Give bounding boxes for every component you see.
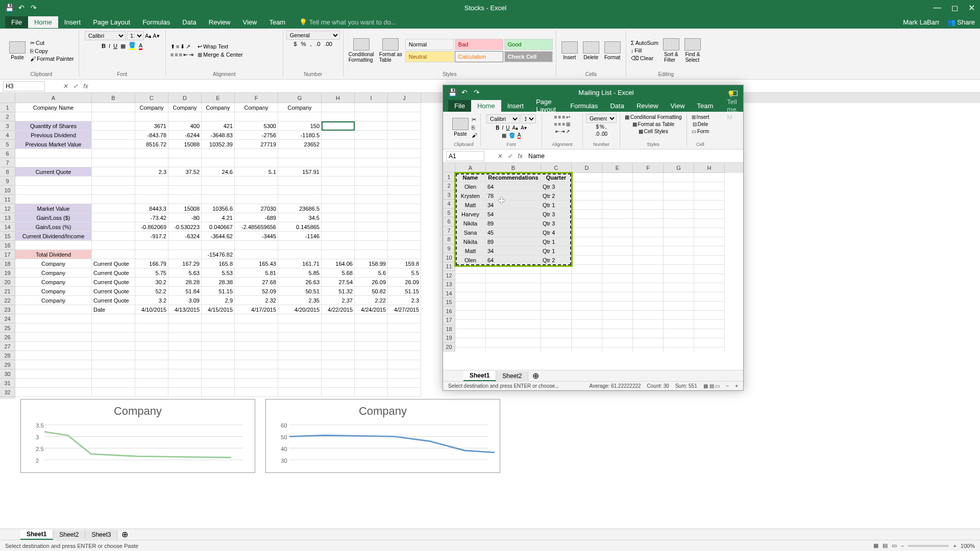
cell-D16[interactable] bbox=[168, 241, 202, 250]
cell-G19[interactable]: 5.85 bbox=[278, 268, 322, 278]
cell-J27[interactable] bbox=[388, 342, 421, 351]
style-bad[interactable]: Bad bbox=[455, 39, 503, 50]
row-header-12[interactable]: 12 bbox=[443, 271, 455, 280]
col-header-C[interactable]: C bbox=[541, 163, 572, 173]
cell-D19[interactable] bbox=[572, 338, 602, 347]
cell-H18[interactable]: 164.06 bbox=[322, 259, 355, 268]
cell-H4[interactable] bbox=[694, 201, 725, 210]
cell-G6[interactable] bbox=[664, 219, 694, 228]
tab-review[interactable]: Review bbox=[630, 100, 665, 112]
cell-E14[interactable]: 0.040667 bbox=[202, 222, 235, 232]
chart-1[interactable]: Company60504030 bbox=[265, 399, 500, 473]
cell-I14[interactable] bbox=[355, 222, 388, 232]
cell-D3[interactable] bbox=[572, 191, 602, 201]
cell-D2[interactable] bbox=[572, 182, 602, 191]
cell-B3[interactable] bbox=[92, 121, 135, 131]
cell-B12[interactable] bbox=[92, 204, 135, 213]
cell-J4[interactable] bbox=[388, 131, 421, 140]
cell-H16[interactable] bbox=[322, 241, 355, 250]
cell-E9[interactable] bbox=[602, 246, 633, 256]
cell-I6[interactable] bbox=[355, 149, 388, 158]
cell-A18[interactable]: Company bbox=[15, 259, 92, 268]
tell-me-search[interactable]: 💡 Tell me what you want to do... bbox=[291, 18, 903, 26]
cell-A5[interactable]: Harvey bbox=[455, 210, 486, 219]
cell-E9[interactable] bbox=[202, 177, 235, 186]
row-header-8[interactable]: 8 bbox=[0, 167, 15, 177]
cell-C32[interactable] bbox=[135, 388, 168, 397]
decrease-decimal-icon[interactable]: .00 bbox=[325, 41, 332, 47]
cell-I15[interactable] bbox=[355, 232, 388, 241]
w2-delete-button[interactable]: ⊟ Dele bbox=[691, 121, 710, 128]
cell-A23[interactable] bbox=[15, 305, 92, 314]
cell-I13[interactable] bbox=[355, 213, 388, 222]
row-header-26[interactable]: 26 bbox=[0, 333, 15, 342]
cell-C24[interactable] bbox=[135, 314, 168, 323]
cell-E18[interactable]: 165.8 bbox=[202, 259, 235, 268]
cell-I21[interactable]: 50.82 bbox=[355, 287, 388, 296]
cell-G5[interactable]: 23652 bbox=[278, 140, 322, 149]
col-header-H[interactable]: H bbox=[694, 163, 725, 173]
cell-C30[interactable] bbox=[135, 369, 168, 379]
row-header-31[interactable]: 31 bbox=[0, 379, 15, 388]
cell-A7[interactable]: Sana bbox=[455, 228, 486, 237]
cell-B24[interactable] bbox=[92, 314, 135, 323]
row-header-10[interactable]: 10 bbox=[443, 253, 455, 262]
cell-E4[interactable]: -3648.83 bbox=[202, 131, 235, 140]
cell-J31[interactable] bbox=[388, 379, 421, 388]
cell-E20[interactable]: 28.38 bbox=[202, 278, 235, 287]
align-center-icon[interactable]: ≡ bbox=[175, 52, 178, 58]
cell-H5[interactable] bbox=[322, 140, 355, 149]
cell-D9[interactable] bbox=[168, 177, 202, 186]
save-icon[interactable]: 💾 bbox=[5, 4, 13, 12]
row-header-19[interactable]: 19 bbox=[443, 334, 455, 343]
zoom-out-icon[interactable]: − bbox=[901, 543, 904, 549]
cell-F13[interactable]: -689 bbox=[235, 213, 278, 222]
w2-cut-icon[interactable]: ✂ bbox=[472, 116, 477, 123]
cell-E1[interactable] bbox=[602, 173, 633, 182]
row-header-23[interactable]: 23 bbox=[0, 305, 15, 314]
cell-C12[interactable] bbox=[541, 274, 572, 283]
cell-A21[interactable]: Company bbox=[15, 287, 92, 296]
cell-C31[interactable] bbox=[135, 379, 168, 388]
cell-E15[interactable]: -3644.62 bbox=[202, 232, 235, 241]
cell-F1[interactable] bbox=[633, 173, 664, 182]
autosum-button[interactable]: Σ AutoSum bbox=[629, 39, 660, 46]
cell-H17[interactable] bbox=[322, 250, 355, 259]
cell-D7[interactable] bbox=[572, 228, 602, 237]
style-check-cell[interactable]: Check Cell bbox=[504, 51, 553, 62]
cell-A14[interactable]: Gain/Loss (%) bbox=[15, 222, 92, 232]
cell-D13[interactable] bbox=[572, 283, 602, 292]
cell-G16[interactable] bbox=[278, 241, 322, 250]
cell-F14[interactable]: -2.485659656 bbox=[235, 222, 278, 232]
w2-number-format-select[interactable]: General bbox=[586, 114, 617, 123]
cell-G12[interactable] bbox=[664, 274, 694, 283]
cell-D23[interactable]: 4/13/2015 bbox=[168, 305, 202, 314]
cell-H21[interactable]: 51.32 bbox=[322, 287, 355, 296]
w2-grow-font-icon[interactable]: A▴ bbox=[512, 125, 518, 131]
w2-format-button[interactable]: ▭ Form bbox=[690, 128, 710, 135]
cell-G26[interactable] bbox=[278, 333, 322, 342]
cell-E13[interactable] bbox=[602, 283, 633, 292]
cell-E22[interactable]: 2.9 bbox=[202, 296, 235, 305]
number-format-select[interactable]: General bbox=[286, 31, 340, 40]
cell-H1[interactable] bbox=[322, 103, 355, 112]
cell-B4[interactable] bbox=[92, 131, 135, 140]
w2-bold-button[interactable]: B bbox=[496, 125, 499, 131]
cell-I10[interactable] bbox=[355, 186, 388, 195]
w2-format-painter-icon[interactable]: 🖌 bbox=[472, 132, 477, 138]
cell-C12[interactable]: 8443.3 bbox=[135, 204, 168, 213]
cell-J28[interactable] bbox=[388, 351, 421, 360]
cut-button[interactable]: ✂ Cut bbox=[29, 39, 76, 47]
cell-C9[interactable]: Qtr 1 bbox=[541, 246, 572, 256]
cell-A19[interactable] bbox=[455, 338, 486, 347]
cell-I29[interactable] bbox=[355, 360, 388, 369]
cell-J26[interactable] bbox=[388, 333, 421, 342]
cell-G7[interactable] bbox=[664, 228, 694, 237]
cell-C16[interactable] bbox=[135, 241, 168, 250]
cell-C17[interactable] bbox=[135, 250, 168, 259]
cell-D14[interactable] bbox=[572, 292, 602, 302]
cell-D24[interactable] bbox=[168, 314, 202, 323]
cell-A10[interactable] bbox=[15, 186, 92, 195]
cell-E18[interactable] bbox=[602, 329, 633, 338]
row-header-27[interactable]: 27 bbox=[0, 342, 15, 351]
